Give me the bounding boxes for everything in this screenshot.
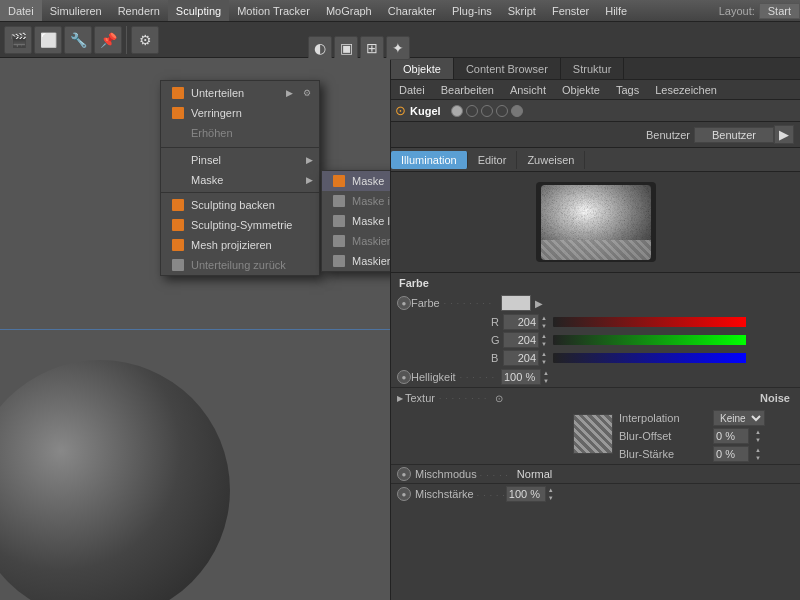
menu-maske[interactable]: Maske Maske Maske invertieren Maske lösc…	[161, 170, 319, 190]
r-label: R	[491, 316, 503, 328]
b-bar	[553, 353, 794, 363]
layout-button[interactable]: Start	[759, 3, 800, 19]
dot-2[interactable]	[466, 105, 478, 117]
tab-objekte[interactable]: Objekte	[391, 58, 454, 79]
toolbar-icon-tool[interactable]: 🔧	[64, 26, 92, 54]
submenu-maske-loeschen[interactable]: Maske löschen	[322, 211, 390, 231]
menubar: Datei Simulieren Rendern Sculpting Motio…	[0, 0, 800, 22]
menu-datei[interactable]: Datei	[0, 0, 42, 21]
g-value-input[interactable]	[503, 332, 539, 348]
toolbar-icon-pin[interactable]: 📌	[94, 26, 122, 54]
interpolation-select[interactable]: Keine	[713, 410, 765, 426]
r-arrows[interactable]: ▲▼	[541, 314, 547, 330]
menu-unterteilen[interactable]: Unterteilen ▶ ⚙	[161, 83, 319, 103]
textur-circle-btn[interactable]: ⊙	[495, 393, 503, 404]
blur-offset-row: Blur-Offset ▲▼	[619, 428, 794, 444]
submenu-maskiertes-verbergen: Maskiertes verbergen	[322, 231, 390, 251]
dot-5[interactable]	[511, 105, 523, 117]
blur-offset-input[interactable]	[713, 428, 749, 444]
farbe-title: Farbe	[391, 273, 800, 293]
subtab-editor[interactable]: Editor	[468, 151, 518, 169]
mischmodus-toggle[interactable]: ●	[397, 467, 411, 481]
textur-row: ▶ Textur · · · · · · · · ⊙ Noise	[391, 388, 800, 408]
farbe-label: Farbe · · · · · · · ·	[411, 297, 501, 309]
mischstaerke-input[interactable]	[506, 486, 546, 502]
material-preview-area	[391, 172, 800, 273]
layout-label: Layout:	[715, 5, 759, 17]
menu-skript[interactable]: Skript	[500, 0, 544, 21]
menu-verringern[interactable]: Verringern	[161, 103, 319, 123]
object-bar: ⊙ Kugel	[391, 100, 800, 122]
menu-simulieren[interactable]: Simulieren	[42, 0, 110, 21]
menu-charakter[interactable]: Charakter	[380, 0, 444, 21]
menu-pinsel[interactable]: Pinsel	[161, 150, 319, 170]
mischstaerke-arrows[interactable]: ▲▼	[548, 486, 554, 502]
sec-objekte[interactable]: Objekte	[554, 82, 608, 98]
blur-offset-arrows[interactable]: ▲▼	[755, 428, 761, 444]
toolbar-icon-r4[interactable]: ✦	[386, 36, 410, 60]
subtab-zuweisen[interactable]: Zuweisen	[517, 151, 585, 169]
sculpting-dropdown-menu: Unterteilen ▶ ⚙ Verringern Erhöhen Pinse…	[160, 80, 320, 276]
interpolation-row: Interpolation Keine	[619, 410, 794, 426]
tab-bar: Objekte Content Browser Struktur	[391, 58, 800, 80]
menu-mesh-projizieren[interactable]: Mesh projizieren	[161, 235, 319, 255]
sec-ansicht[interactable]: Ansicht	[502, 82, 554, 98]
blur-staerke-input[interactable]	[713, 446, 749, 462]
textur-collapse[interactable]: ▶	[397, 394, 403, 403]
tab-content-browser[interactable]: Content Browser	[454, 58, 561, 79]
farbe-swatch[interactable]	[501, 295, 531, 311]
toolbar-icon-r2[interactable]: ▣	[334, 36, 358, 60]
g-arrows[interactable]: ▲▼	[541, 332, 547, 348]
toolbar-icon-cube[interactable]: ⬜	[34, 26, 62, 54]
r-value-input[interactable]	[503, 314, 539, 330]
farbe-section: Farbe ● Farbe · · · · · · · · ▶ R ▲▼ G	[391, 273, 800, 387]
toolbar: 🎬 ⬜ 🔧 📌 ⚙ ◐ ▣ ⊞ ✦	[0, 22, 800, 58]
helligkeit-input[interactable]	[501, 369, 541, 385]
textur-properties: Interpolation Keine Blur-Offset ▲▼ Blur-…	[619, 410, 794, 462]
menu-motion-tracker[interactable]: Motion Tracker	[229, 0, 318, 21]
maske-submenu: Maske Maske invertieren Maske löschen Ma…	[321, 170, 390, 272]
menu-hilfe[interactable]: Hilfe	[597, 0, 635, 21]
sec-lesezeichen[interactable]: Lesezeichen	[647, 82, 725, 98]
helligkeit-arrows[interactable]: ▲▼	[543, 369, 549, 385]
textur-thumbnail[interactable]	[573, 414, 613, 454]
submenu-maske[interactable]: Maske	[322, 171, 390, 191]
right-panel: Objekte Content Browser Struktur Datei B…	[390, 58, 800, 600]
menu-sculpting-symmetrie[interactable]: Sculpting-Symmetrie	[161, 215, 319, 235]
submenu-maskiertes-sichtbar[interactable]: Maskiertes sichtbar machen	[322, 251, 390, 271]
menu-fenster[interactable]: Fenster	[544, 0, 597, 21]
tab-struktur[interactable]: Struktur	[561, 58, 625, 79]
helligkeit-toggle[interactable]: ●	[397, 370, 411, 384]
b-value-input[interactable]	[503, 350, 539, 366]
toolbar-icon-film[interactable]: 🎬	[4, 26, 32, 54]
blur-staerke-arrows[interactable]: ▲▼	[755, 446, 761, 462]
toolbar-icon-settings[interactable]: ⚙	[131, 26, 159, 54]
toolbar-icon-r3[interactable]: ⊞	[360, 36, 384, 60]
menu-mograph[interactable]: MoGraph	[318, 0, 380, 21]
toolbar-icon-r1[interactable]: ◐	[308, 36, 332, 60]
menu-plugins[interactable]: Plug-ins	[444, 0, 500, 21]
menu-rendern[interactable]: Rendern	[110, 0, 168, 21]
obj-name: Kugel	[410, 105, 441, 117]
dot-1[interactable]	[451, 105, 463, 117]
menu-sculpting[interactable]: Sculpting	[168, 0, 229, 21]
dot-4[interactable]	[496, 105, 508, 117]
dot-3[interactable]	[481, 105, 493, 117]
b-label: B	[491, 352, 503, 364]
panel-arrow[interactable]: ▶	[774, 125, 794, 144]
farbe-arrow[interactable]: ▶	[535, 298, 543, 309]
sec-bearbeiten[interactable]: Bearbeiten	[433, 82, 502, 98]
channel-r-row: R ▲▼	[391, 313, 800, 331]
sec-tags[interactable]: Tags	[608, 82, 647, 98]
subtab-illumination[interactable]: Illumination	[391, 151, 468, 169]
b-arrows[interactable]: ▲▼	[541, 350, 547, 366]
panel-section: Benutzer Benutzer ▶	[391, 122, 800, 148]
menu-sculpting-backen[interactable]: Sculpting backen	[161, 195, 319, 215]
sub-tabs: Illumination Editor Zuweisen	[391, 148, 800, 172]
viewport[interactable]: Unterteilen ▶ ⚙ Verringern Erhöhen Pinse…	[0, 58, 390, 600]
sec-datei[interactable]: Datei	[391, 82, 433, 98]
mischstaerke-toggle[interactable]: ●	[397, 487, 411, 501]
farbe-toggle[interactable]: ●	[397, 296, 411, 310]
blur-staerke-label: Blur-Stärke	[619, 448, 709, 460]
user-dropdown[interactable]: Benutzer	[694, 127, 774, 143]
